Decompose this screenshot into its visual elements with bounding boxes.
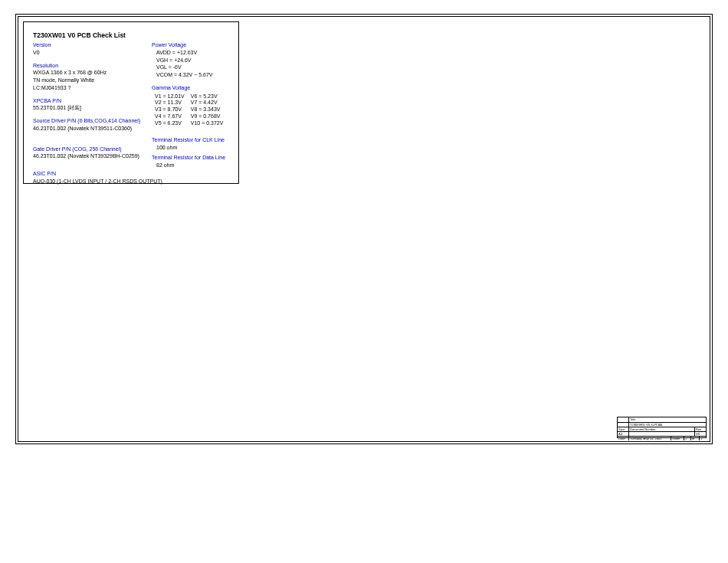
- checklist-title: T230XW01 V0 PCB Check List: [33, 31, 231, 40]
- right-column: Power Voltage AVDD = +12.63V VGH = +24.6…: [152, 42, 244, 175]
- gamma-col-2: V6 = 5.23V V7 = 4.42V V8 = 3.343V V9 = 0…: [191, 93, 224, 127]
- tb-size-label: Size: [618, 427, 629, 431]
- power-line: VCOM = 4.32V ~ 5.67V: [156, 72, 244, 79]
- section-gate-driver: Gate Driver P/N (COG, 256 Channel) 46.23…: [33, 146, 148, 161]
- tb-date-value: Tuesday, May 10, 2005: [629, 437, 671, 440]
- tb-rev-label: Rev: [695, 427, 706, 431]
- gate-driver-value: 46.23T01.002 (Novatek NT39329BH-C0259): [33, 153, 148, 160]
- version-value: V0: [33, 50, 148, 57]
- gamma-value: V6 = 5.23V: [191, 93, 224, 100]
- source-driver-value: 46.23T01.002 (Novatek NT39511-C0360): [33, 126, 148, 133]
- gamma-voltage-table: V1 = 12.01V V2 = 11.3V V3 = 8.70V V4 = 7…: [155, 93, 244, 127]
- term-data-value: 82 ohm: [156, 162, 244, 169]
- gamma-value: V10 = 0.372V: [191, 120, 224, 127]
- gamma-value: V3 = 8.70V: [155, 106, 185, 113]
- left-column: Version V0 Resolution WXGA 1366 x 3 x 76…: [33, 42, 148, 191]
- titleblock-row: Title: [618, 417, 706, 422]
- tb-docnum-label: Document Number: [629, 427, 695, 431]
- tb-size-value: A3: [618, 432, 629, 436]
- tb-sheet-of: of: [691, 437, 700, 440]
- gamma-value: V5 = 6.23V: [155, 120, 185, 127]
- term-data-label: Terminal Resistor for Data Line: [152, 155, 244, 162]
- titleblock-row: T230XW01 V0 X-PCBA: [618, 422, 706, 427]
- tb-rev-value: V0: [695, 432, 706, 436]
- gamma-value: V1 = 12.01V: [155, 93, 185, 100]
- drawing-frame-inner: T230XW01 V0 PCB Check List Version V0 Re…: [18, 16, 710, 442]
- section-asic: ASIC P/N AUO-030 (1-CH LVDS INPUT / 2-CH…: [33, 171, 148, 185]
- tb-cell: [618, 423, 629, 427]
- resolution-label: Resolution: [33, 63, 148, 70]
- gamma-value: V9 = 0.768V: [191, 113, 224, 120]
- section-version: Version V0: [33, 42, 148, 57]
- titleblock-row: A3 V0: [618, 431, 706, 436]
- xpcba-value: 55.23T01.001 [封裝]: [33, 105, 148, 112]
- source-driver-label: Source Driver P/N (6 Bits,COG,414 Channe…: [33, 118, 148, 125]
- gamma-value: V4 = 7.67V: [155, 113, 185, 120]
- tb-sheet-num: 1: [684, 437, 691, 440]
- asic-value: AUO-030 (1-CH LVDS INPUT / 2-CH RSDS OUT…: [33, 178, 148, 185]
- gamma-voltage-label: Gamma Voltage: [152, 85, 244, 92]
- term-clk-value: 100 ohm: [156, 145, 244, 152]
- titleblock-row: Date: Tuesday, May 10, 2005 Sheet 1 of 1: [618, 436, 706, 440]
- power-line: VGH = +24.6V: [156, 57, 244, 64]
- resolution-line: TN mode, Normally White: [33, 77, 148, 84]
- power-line: VGL = -6V: [156, 64, 244, 71]
- gamma-col-1: V1 = 12.01V V2 = 11.3V V3 = 8.70V V4 = 7…: [155, 93, 185, 127]
- titleblock-row: Size Document Number Rev: [618, 427, 706, 431]
- tb-title-value: T230XW01 V0 X-PCBA: [629, 423, 706, 427]
- version-label: Version: [33, 42, 148, 49]
- title-block: Title T230XW01 V0 X-PCBA Size Document N…: [617, 417, 707, 438]
- resolution-line: LC:MJ041933 ?: [33, 85, 148, 92]
- section-term-clk: Terminal Resistor for CLK Line 100 ohm: [152, 137, 244, 152]
- xpcba-label: XPCBA P/N: [33, 98, 148, 105]
- asic-label: ASIC P/N: [33, 171, 148, 178]
- tb-cell: [618, 417, 629, 422]
- tb-docnum-value: [629, 432, 695, 436]
- power-voltage-label: Power Voltage: [152, 42, 244, 49]
- section-power-voltage: Power Voltage AVDD = +12.63V VGH = +24.6…: [152, 42, 244, 79]
- section-source-driver: Source Driver P/N (6 Bits,COG,414 Channe…: [33, 118, 148, 133]
- gamma-value: V2 = 11.3V: [155, 100, 185, 106]
- gamma-value: V7 = 4.42V: [191, 100, 224, 106]
- section-resolution: Resolution WXGA 1366 x 3 x 768 @ 60Hz TN…: [33, 63, 148, 92]
- section-gamma-voltage: Gamma Voltage V1 = 12.01V V2 = 11.3V V3 …: [152, 85, 244, 127]
- gate-driver-label: Gate Driver P/N (COG, 256 Channel): [33, 146, 148, 153]
- power-line: AVDD = +12.63V: [156, 50, 244, 57]
- checklist-box: T230XW01 V0 PCB Check List Version V0 Re…: [23, 21, 239, 184]
- term-clk-label: Terminal Resistor for CLK Line: [152, 137, 244, 144]
- tb-date-label: Date:: [618, 437, 629, 440]
- schematic-sheet: T230XW01 V0 PCB Check List Version V0 Re…: [0, 0, 728, 563]
- resolution-line: WXGA 1366 x 3 x 768 @ 60Hz: [33, 70, 148, 77]
- checklist-content: T230XW01 V0 PCB Check List Version V0 Re…: [33, 31, 231, 43]
- tb-sheet-total: 1: [700, 437, 706, 440]
- drawing-frame-outer: T230XW01 V0 PCB Check List Version V0 Re…: [15, 14, 713, 444]
- gamma-value: V8 = 3.343V: [191, 106, 224, 113]
- section-xpcba: XPCBA P/N 55.23T01.001 [封裝]: [33, 98, 148, 113]
- tb-sheet-label: Sheet: [671, 437, 684, 440]
- section-term-data: Terminal Resistor for Data Line 82 ohm: [152, 155, 244, 169]
- tb-title-label: Title: [629, 417, 706, 422]
